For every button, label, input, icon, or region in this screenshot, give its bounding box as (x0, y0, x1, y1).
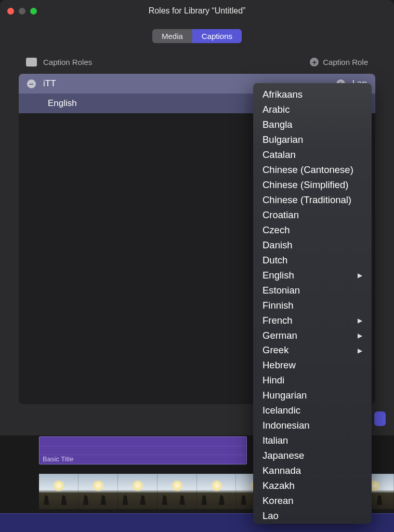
language-option-label: Hindi (262, 374, 284, 387)
language-option[interactable]: Chinese (Cantonese) (253, 163, 372, 178)
caption-roles-label: Caption Roles (43, 58, 92, 66)
caption-roles-header: Caption Roles + Caption Role (19, 52, 375, 72)
language-option[interactable]: Kannada (253, 463, 372, 478)
language-option[interactable]: Hungarian (253, 388, 372, 403)
language-option[interactable]: Hebrew (253, 358, 372, 373)
language-option[interactable]: Lao (253, 509, 372, 524)
language-option-label: Dutch (262, 254, 287, 267)
language-option-label: Bangla (262, 118, 293, 131)
tab-group: Media Captions (152, 29, 242, 43)
submenu-arrow-icon: ▶ (358, 347, 362, 355)
language-option-label: Kazakh (262, 480, 295, 493)
language-option-label: Greek (262, 344, 288, 357)
language-option[interactable]: Kazakh (253, 478, 372, 494)
language-option[interactable]: Chinese (Traditional) (253, 193, 372, 208)
language-option-label: Danish (262, 239, 293, 252)
caption-icon (26, 58, 37, 66)
language-option[interactable]: Czech (253, 223, 372, 238)
language-option[interactable]: Chinese (Simplified) (253, 178, 372, 193)
language-option-label: Arabic (262, 103, 290, 116)
language-option[interactable]: Dutch (253, 253, 372, 268)
language-option-label: English (262, 269, 294, 282)
language-option[interactable]: German▶ (253, 328, 372, 343)
submenu-arrow-icon: ▶ (358, 271, 362, 280)
language-option-label: Indonesian (262, 419, 310, 432)
add-caption-role-label: Caption Role (323, 58, 368, 66)
language-option-label: Chinese (Simplified) (262, 179, 349, 192)
traffic-lights (7, 8, 37, 15)
title-clip-label: Basic Title (43, 455, 73, 463)
submenu-arrow-icon: ▶ (358, 316, 362, 325)
language-option-label: German (262, 329, 297, 342)
tab-media[interactable]: Media (152, 29, 192, 43)
language-option[interactable]: Catalan (253, 148, 372, 163)
filmstrip-frame (197, 474, 237, 509)
language-option[interactable]: Danish (253, 238, 372, 253)
language-option-label: Afrikaans (262, 88, 303, 101)
apply-button[interactable] (374, 411, 386, 426)
role-name-itt: iTT (43, 78, 56, 89)
language-option-label: Chinese (Cantonese) (262, 164, 353, 177)
language-option[interactable]: Afrikaans (253, 87, 372, 102)
language-option[interactable]: Hindi (253, 373, 372, 388)
language-option-label: Kannada (262, 464, 301, 477)
language-option-label: Estonian (262, 284, 300, 297)
language-option[interactable]: Korean (253, 494, 372, 509)
filmstrip-frame (39, 474, 78, 509)
language-option-label: Croatian (262, 209, 299, 222)
close-window-button[interactable] (7, 8, 14, 15)
titlebar: Roles for Library “Untitled” (0, 0, 394, 22)
language-option-label: Chinese (Traditional) (262, 194, 351, 207)
language-option-label: Bulgarian (262, 134, 303, 147)
plus-icon: + (310, 58, 319, 66)
language-option-label: Icelandic (262, 404, 300, 417)
minimize-window-button[interactable] (19, 8, 25, 15)
language-option-label: Hebrew (262, 359, 296, 372)
language-option-label: Japanese (262, 449, 304, 462)
language-option[interactable]: Indonesian (253, 418, 372, 433)
language-option[interactable]: English▶ (253, 268, 372, 283)
filmstrip-frame (78, 474, 118, 509)
language-option-label: Korean (262, 495, 294, 508)
language-option-label: Lao (262, 510, 279, 523)
language-option-label: Hungarian (262, 389, 307, 402)
language-option-label: Catalan (262, 149, 296, 162)
add-caption-role-button[interactable]: + Caption Role (310, 58, 368, 66)
language-option-label: Italian (262, 434, 288, 447)
language-option[interactable]: Finnish (253, 298, 372, 313)
language-option-label: Finnish (262, 299, 294, 312)
language-option[interactable]: Japanese (253, 448, 372, 463)
submenu-arrow-icon: ▶ (358, 331, 362, 340)
role-sub-language-label: English (48, 98, 77, 109)
language-option[interactable]: Greek▶ (253, 343, 372, 358)
filmstrip-frame (157, 474, 197, 509)
language-option-label: Czech (262, 224, 290, 237)
language-option[interactable]: Bulgarian (253, 132, 372, 148)
language-option[interactable]: Estonian (253, 283, 372, 298)
window-title: Roles for Library “Untitled” (0, 6, 394, 16)
language-option-label: French (262, 314, 293, 327)
remove-role-button[interactable]: − (27, 79, 36, 88)
filmstrip-frame (118, 474, 157, 509)
zoom-window-button[interactable] (30, 8, 37, 15)
title-clip[interactable]: Basic Title (39, 436, 247, 464)
language-option[interactable]: Icelandic (253, 403, 372, 418)
language-option[interactable]: Italian (253, 433, 372, 448)
tab-bar: Media Captions (0, 22, 394, 52)
language-option[interactable]: Bangla (253, 117, 372, 132)
language-option[interactable]: Arabic (253, 102, 372, 117)
language-option[interactable]: Croatian (253, 208, 372, 223)
tab-captions[interactable]: Captions (192, 29, 242, 43)
language-dropdown[interactable]: AfrikaansArabicBanglaBulgarianCatalanChi… (253, 83, 372, 524)
language-option[interactable]: French▶ (253, 313, 372, 328)
